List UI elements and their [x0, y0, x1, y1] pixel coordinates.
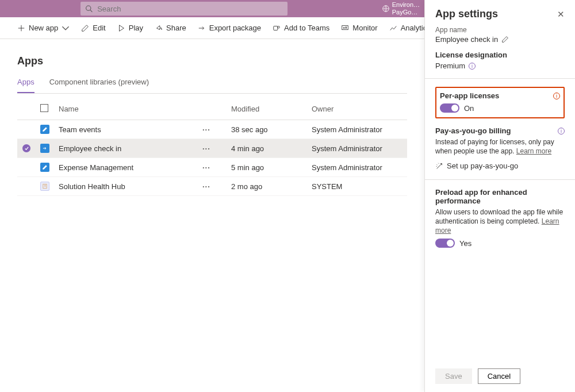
edit-label: Edit	[93, 24, 105, 32]
content-area: Apps Apps Component libraries (preview) …	[0, 39, 424, 196]
app-name: Employee check in	[59, 144, 202, 153]
modified-cell: 4 min ago	[227, 139, 307, 158]
row-more-button[interactable]: ···	[202, 163, 210, 172]
column-type[interactable]	[36, 98, 54, 120]
payg-description: Instead of paying for licenses, only pay…	[435, 137, 565, 156]
play-icon	[117, 24, 125, 32]
row-more-button[interactable]: ···	[202, 182, 210, 191]
pencil-icon[interactable]	[501, 36, 509, 43]
app-settings-panel: App settings ✕ App name Employee check i…	[424, 0, 575, 392]
new-app-label: New app	[29, 24, 58, 32]
app-name: Solution Health Hub	[59, 182, 202, 191]
search-box[interactable]	[80, 2, 288, 16]
app-name: Expense Management	[59, 163, 202, 172]
share-icon	[155, 24, 163, 32]
search-input[interactable]	[96, 4, 283, 14]
row-more-button[interactable]: ···	[202, 125, 210, 134]
svg-point-0	[86, 6, 91, 10]
divider	[425, 179, 575, 180]
divider	[425, 78, 575, 79]
monitor-label: Monitor	[352, 24, 377, 32]
cancel-button[interactable]: Cancel	[478, 368, 520, 384]
canvas-app-icon	[40, 163, 49, 172]
export-icon	[198, 24, 206, 32]
per-app-toggle[interactable]	[440, 103, 459, 113]
info-icon[interactable]: i	[553, 93, 560, 99]
tab-components[interactable]: Component libraries (preview)	[49, 78, 149, 93]
preload-description: Allow users to download the app file whi…	[435, 207, 565, 235]
preload-heading: Preload app for enhanced performance	[435, 188, 565, 205]
per-app-state: On	[464, 104, 474, 113]
share-label: Share	[166, 24, 186, 32]
per-app-licenses-section: Per-app licenses i On	[435, 87, 565, 118]
owner-cell: System Administrator	[307, 139, 407, 158]
svg-rect-7	[346, 26, 347, 29]
wand-icon	[435, 162, 443, 170]
add-teams-label: Add to Teams	[284, 24, 329, 32]
search-icon	[85, 5, 93, 13]
per-app-heading: Per-app licenses	[440, 91, 499, 100]
owner-cell: System Administrator	[307, 158, 407, 177]
column-owner[interactable]: Owner	[307, 98, 407, 120]
close-button[interactable]: ✕	[557, 9, 565, 20]
pencil-icon	[81, 24, 89, 32]
checkmark-icon	[22, 144, 30, 152]
modified-cell: 2 mo ago	[227, 177, 307, 196]
owner-cell: SYSTEM	[307, 177, 407, 196]
chevron-down-icon	[62, 24, 70, 32]
info-icon[interactable]: i	[469, 63, 476, 70]
row-more-button[interactable]: ···	[202, 144, 210, 153]
app-name-label: App name	[435, 26, 565, 34]
grid-icon	[40, 104, 48, 112]
monitor-button[interactable]: Monitor	[341, 24, 377, 32]
owner-cell: System Administrator	[307, 120, 407, 139]
license-value: Premium	[435, 62, 465, 70]
payg-heading: Pay-as-you-go billing	[435, 126, 511, 135]
svg-line-1	[90, 10, 92, 11]
svg-rect-6	[344, 27, 345, 29]
new-app-button[interactable]: New app	[17, 24, 70, 32]
canvas-app-icon	[40, 144, 49, 153]
preload-state: Yes	[459, 239, 471, 248]
apps-table: Name Modified Owner Team events···38 sec…	[17, 98, 407, 196]
environment-icon	[382, 5, 390, 13]
svg-rect-5	[342, 25, 348, 29]
environment-name: PayGo…	[392, 9, 420, 16]
table-row[interactable]: Solution Health Hub···2 mo agoSYSTEM	[17, 177, 407, 196]
save-button: Save	[435, 368, 472, 384]
column-select	[17, 98, 36, 120]
add-teams-button[interactable]: Add to Teams	[273, 24, 329, 32]
share-button[interactable]: Share	[155, 24, 186, 32]
play-button[interactable]: Play	[117, 24, 143, 32]
app-name-value: Employee check in	[435, 35, 498, 44]
teams-icon	[273, 24, 281, 32]
app-name: Team events	[59, 125, 202, 134]
export-button[interactable]: Export package	[198, 24, 261, 32]
environment-picker[interactable]: Environ… PayGo…	[382, 0, 420, 17]
setup-payg-label: Set up pay-as-you-go	[447, 162, 518, 170]
setup-payg-link[interactable]: Set up pay-as-you-go	[435, 162, 565, 170]
table-row[interactable]: Expense Management···5 min agoSystem Adm…	[17, 158, 407, 177]
table-row[interactable]: Team events···38 sec agoSystem Administr…	[17, 120, 407, 139]
learn-more-link[interactable]: Learn more	[516, 147, 551, 155]
canvas-app-icon	[40, 125, 49, 134]
svg-point-4	[278, 26, 280, 28]
modified-cell: 38 sec ago	[227, 120, 307, 139]
preload-toggle[interactable]	[435, 239, 455, 248]
edit-button[interactable]: Edit	[81, 24, 105, 32]
play-label: Play	[129, 24, 143, 32]
model-app-icon	[40, 182, 49, 191]
analytics-icon	[389, 24, 397, 32]
license-heading: License designation	[435, 51, 565, 59]
monitor-icon	[341, 24, 349, 32]
panel-title: App settings	[435, 8, 498, 20]
table-row[interactable]: Employee check in···4 min agoSystem Admi…	[17, 139, 407, 158]
tab-apps[interactable]: Apps	[17, 78, 34, 93]
plus-icon	[17, 24, 25, 32]
export-label: Export package	[209, 24, 261, 32]
info-icon[interactable]: i	[558, 128, 565, 134]
environment-label: Environ…	[392, 1, 420, 9]
modified-cell: 5 min ago	[227, 158, 307, 177]
column-name[interactable]: Name	[54, 98, 227, 120]
column-modified[interactable]: Modified	[227, 98, 307, 120]
